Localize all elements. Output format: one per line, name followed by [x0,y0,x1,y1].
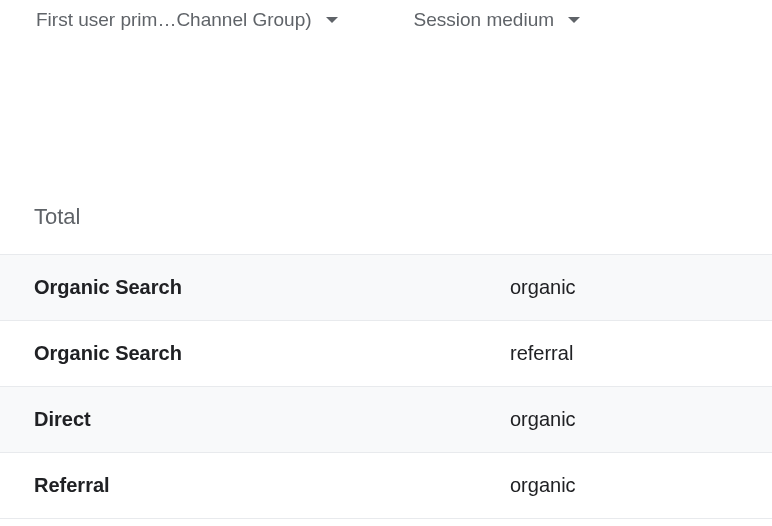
table-row[interactable]: Organic Search organic [0,255,772,321]
total-label: Total [0,40,772,254]
chevron-down-icon [326,17,338,23]
primary-dimension-label: First user prim…Channel Group) [36,9,312,31]
chevron-down-icon [568,17,580,23]
table-row[interactable]: Organic Search referral [0,321,772,387]
primary-dimension-selector[interactable]: First user prim…Channel Group) [28,5,346,35]
cell-primary-dimension: Referral [34,474,510,497]
table-row[interactable]: Direct organic [0,387,772,453]
cell-secondary-dimension: organic [510,276,576,299]
secondary-dimension-label: Session medium [414,9,554,31]
cell-secondary-dimension: referral [510,342,573,365]
dimension-header: First user prim…Channel Group) Session m… [0,0,772,40]
data-table: Organic Search organic Organic Search re… [0,254,772,519]
cell-secondary-dimension: organic [510,474,576,497]
cell-primary-dimension: Organic Search [34,342,510,365]
cell-secondary-dimension: organic [510,408,576,431]
cell-primary-dimension: Organic Search [34,276,510,299]
table-row[interactable]: Referral organic [0,453,772,519]
secondary-dimension-selector[interactable]: Session medium [406,5,588,35]
cell-primary-dimension: Direct [34,408,510,431]
